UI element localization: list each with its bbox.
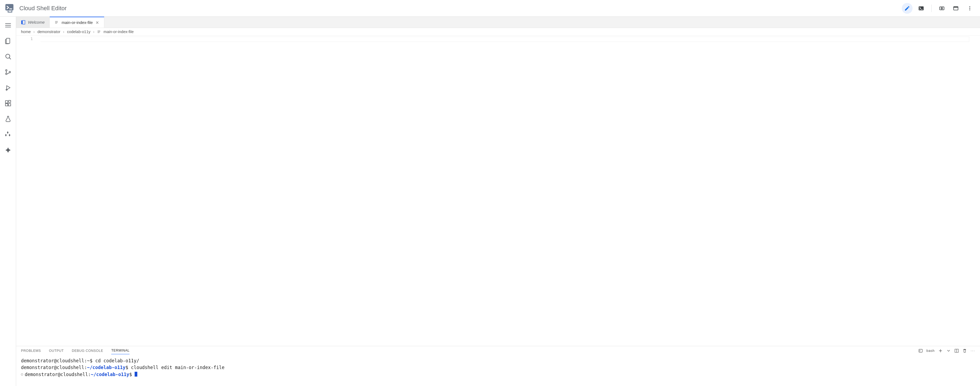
svg-rect-24 xyxy=(919,349,922,352)
svg-point-10 xyxy=(969,8,970,9)
current-line-highlight xyxy=(41,37,969,42)
cloud-code-icon[interactable] xyxy=(4,131,12,138)
run-debug-icon[interactable] xyxy=(4,84,12,91)
explorer-icon[interactable] xyxy=(4,37,12,45)
search-icon[interactable] xyxy=(4,53,12,60)
split-terminal-icon[interactable] xyxy=(955,349,959,353)
chevron-right-icon: › xyxy=(93,30,94,34)
open-new-window-button[interactable] xyxy=(950,3,961,14)
svg-rect-18 xyxy=(5,100,8,103)
line-number-gutter: 1 xyxy=(16,35,40,346)
panel-tab-terminal[interactable]: TERMINAL xyxy=(111,347,129,354)
panel-more-icon[interactable]: ··· xyxy=(970,349,975,353)
panel-tabs: PROBLEMS OUTPUT DEBUG CONSOLE TERMINAL b… xyxy=(16,346,980,355)
breadcrumb-segment[interactable]: demonstrator xyxy=(37,30,60,34)
svg-rect-20 xyxy=(8,104,11,106)
extensions-icon[interactable] xyxy=(4,99,12,107)
open-terminal-button[interactable] xyxy=(916,3,926,14)
panel-tab-output[interactable]: OUTPUT xyxy=(49,347,64,354)
file-icon xyxy=(54,21,59,25)
svg-point-6 xyxy=(942,8,942,9)
code-area[interactable] xyxy=(40,35,980,346)
svg-rect-23 xyxy=(22,21,25,24)
workbench: Welcome main-or-index-file home › demons… xyxy=(0,17,980,386)
tab-welcome[interactable]: Welcome xyxy=(16,17,50,28)
kill-terminal-icon[interactable] xyxy=(963,349,967,353)
gemini-icon[interactable] xyxy=(4,146,12,154)
panel-toolbar: bash ··· xyxy=(918,349,975,353)
more-menu-button[interactable] xyxy=(964,3,975,14)
breadcrumb-file[interactable]: main-or-index-file xyxy=(103,30,134,34)
close-tab-icon[interactable] xyxy=(95,21,99,24)
tab-main-file[interactable]: main-or-index-file xyxy=(50,17,104,28)
panel-tab-debug-console[interactable]: DEBUG CONSOLE xyxy=(72,347,103,354)
preview-button[interactable] xyxy=(937,3,947,14)
tab-label: main-or-index-file xyxy=(62,20,93,25)
terminal-dropdown-icon[interactable] xyxy=(947,349,951,353)
activity-bar xyxy=(0,17,16,386)
panel-tab-problems[interactable]: PROBLEMS xyxy=(21,347,41,354)
tab-label: Welcome xyxy=(28,20,45,24)
app-bar: Cloud Shell Editor xyxy=(0,0,980,17)
svg-line-13 xyxy=(9,58,11,59)
main-column: Welcome main-or-index-file home › demons… xyxy=(16,17,980,386)
svg-point-16 xyxy=(9,71,10,73)
svg-rect-2 xyxy=(919,6,924,10)
new-terminal-icon[interactable] xyxy=(939,349,943,353)
terminal[interactable]: demonstrator@cloudshell:~$ cd codelab-o1… xyxy=(16,355,980,386)
breadcrumb[interactable]: home › demonstrator › codelab-o11y › mai… xyxy=(16,28,980,35)
breadcrumb-segment[interactable]: codelab-o11y xyxy=(67,30,90,34)
svg-rect-19 xyxy=(5,104,8,106)
svg-rect-22 xyxy=(21,21,22,24)
code-editor[interactable]: 1 xyxy=(16,35,980,346)
menu-icon[interactable] xyxy=(4,22,12,29)
breadcrumb-segment[interactable]: home xyxy=(21,30,31,34)
testing-icon[interactable] xyxy=(4,115,12,123)
file-icon xyxy=(97,30,101,33)
svg-rect-8 xyxy=(954,6,958,8)
terminal-profile-icon[interactable] xyxy=(918,349,923,353)
source-control-icon[interactable] xyxy=(4,68,12,76)
welcome-tab-icon xyxy=(21,20,25,24)
chevron-right-icon: › xyxy=(33,30,35,34)
chevron-right-icon: › xyxy=(63,30,65,34)
terminal-shell-label[interactable]: bash xyxy=(926,349,935,353)
app-bar-actions xyxy=(902,3,975,14)
svg-point-15 xyxy=(5,73,7,75)
cloud-shell-logo xyxy=(5,3,16,14)
svg-point-9 xyxy=(969,6,970,7)
separator xyxy=(931,5,932,12)
app-title: Cloud Shell Editor xyxy=(19,5,67,12)
editor-tabs: Welcome main-or-index-file xyxy=(16,17,980,28)
svg-point-14 xyxy=(5,70,7,71)
bottom-panel: PROBLEMS OUTPUT DEBUG CONSOLE TERMINAL b… xyxy=(16,346,980,386)
svg-point-11 xyxy=(969,10,970,10)
line-number: 1 xyxy=(16,37,33,41)
open-editor-button[interactable] xyxy=(902,3,913,14)
svg-rect-0 xyxy=(5,4,13,11)
svg-rect-21 xyxy=(9,100,11,102)
